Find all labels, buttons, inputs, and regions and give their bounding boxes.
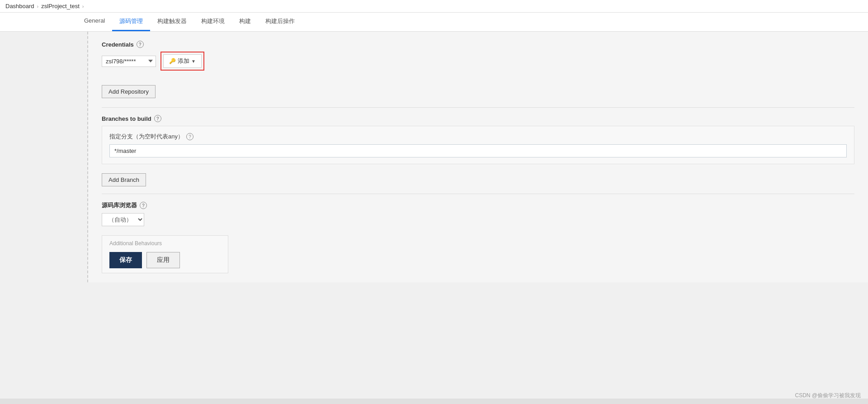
divider-1 [102, 107, 854, 108]
credentials-help-icon[interactable]: ? [137, 41, 144, 48]
add-credential-button[interactable]: 🔑 添加 ▼ [163, 54, 202, 68]
branches-text: Branches to build [102, 115, 151, 122]
additional-behaviours-section: Additional Behaviours 保存 应用 [102, 235, 228, 273]
credentials-text: Credentials [102, 41, 134, 48]
save-button[interactable]: 保存 [109, 252, 142, 268]
credentials-select[interactable]: zsl798/***** [102, 56, 156, 67]
specify-branch-label: 指定分支（为空时代表any） ? [109, 133, 847, 141]
additional-behaviours-label: Additional Behaviours [109, 240, 221, 247]
credentials-label: Credentials ? [102, 41, 854, 48]
breadcrumb-arrow-2: › [82, 4, 84, 9]
credentials-section: Credentials ? zsl798/***** 🔑 添加 ▼ [102, 41, 854, 71]
branch-input[interactable] [109, 144, 847, 157]
add-branch-button[interactable]: Add Branch [102, 173, 146, 186]
tab-environment[interactable]: 构建环境 [194, 13, 232, 31]
tab-general[interactable]: General [77, 13, 112, 31]
breadcrumb-project[interactable]: zslProject_test [41, 3, 80, 10]
specify-branch-text: 指定分支（为空时代表any） [109, 133, 184, 141]
dropdown-arrow-icon: ▼ [191, 59, 196, 64]
left-gutter [0, 32, 88, 282]
tab-source[interactable]: 源码管理 [112, 13, 150, 31]
branches-label: Branches to build ? [102, 115, 854, 122]
branches-help-icon[interactable]: ? [154, 115, 161, 122]
tab-bar: General 源码管理 构建触发器 构建环境 构建 构建后操作 [0, 13, 868, 32]
breadcrumb: Dashboard › zslProject_test › [0, 0, 868, 13]
key-icon: 🔑 [169, 58, 176, 64]
breadcrumb-dashboard[interactable]: Dashboard [5, 3, 34, 10]
add-button-highlight: 🔑 添加 ▼ [160, 52, 204, 71]
content-area: Credentials ? zsl798/***** 🔑 添加 ▼ A [0, 32, 868, 282]
divider-2 [102, 194, 854, 194]
branches-section: Branches to build ? 指定分支（为空时代表any） ? Add… [102, 115, 854, 186]
source-browser-section: 源码库浏览器 ? （自动） [102, 201, 854, 226]
tab-post[interactable]: 构建后操作 [258, 13, 302, 31]
add-btn-label: 添加 [178, 57, 189, 65]
add-repository-section: Add Repository [102, 80, 854, 98]
apply-button[interactable]: 应用 [146, 252, 180, 268]
main-panel: Credentials ? zsl798/***** 🔑 添加 ▼ A [88, 32, 868, 282]
credentials-row: zsl798/***** 🔑 添加 ▼ [102, 52, 854, 71]
bottom-buttons: 保存 应用 [109, 252, 221, 268]
breadcrumb-arrow-1: › [37, 4, 39, 9]
source-browser-text: 源码库浏览器 [102, 201, 137, 209]
specify-branch-help-icon[interactable]: ? [186, 133, 193, 140]
add-repository-button[interactable]: Add Repository [102, 85, 156, 98]
tab-triggers[interactable]: 构建触发器 [150, 13, 194, 31]
tab-build[interactable]: 构建 [232, 13, 258, 31]
source-browser-label: 源码库浏览器 ? [102, 201, 854, 209]
specify-branch-section: 指定分支（为空时代表any） ? [102, 126, 854, 164]
source-browser-help-icon[interactable]: ? [140, 202, 147, 209]
source-browser-select[interactable]: （自动） [102, 213, 144, 226]
